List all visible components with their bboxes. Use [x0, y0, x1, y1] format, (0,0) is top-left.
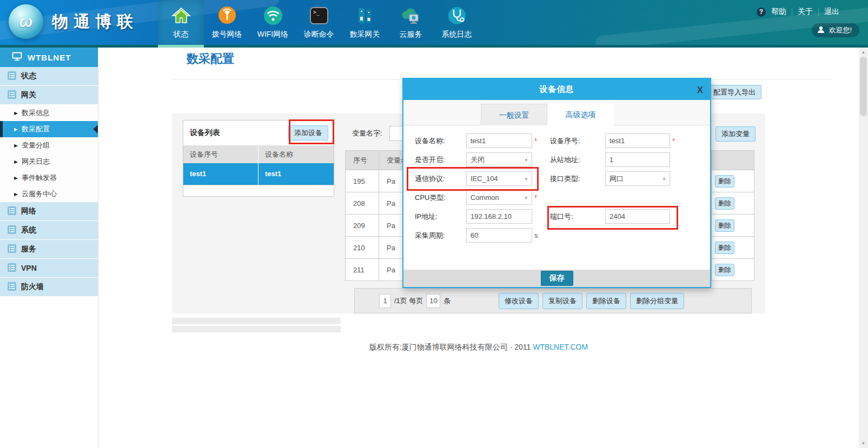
tab-advanced-options[interactable]: 高级选项: [547, 104, 614, 125]
slave-address-input[interactable]: [605, 152, 670, 167]
sidebar-item-cloud-center[interactable]: ▶ 云服务中心: [0, 186, 98, 202]
copy-device-button[interactable]: 复制设备: [542, 293, 582, 309]
seq-cell: 195: [346, 170, 379, 192]
page-suffix-text: /1页 每页: [394, 296, 423, 306]
field-port: 端口号:: [550, 209, 670, 224]
vertical-scrollbar[interactable]: ▲ ▼: [859, 48, 868, 448]
scrollbar-thumb[interactable]: [860, 57, 867, 116]
caret-right-icon: ▶: [14, 111, 18, 116]
nav-label: 拨号网络: [212, 30, 242, 39]
sidebar: WTBLNET 状态 网关 ▶ 数采信息 ▶ 数采配置 ▶ 变量分组 ▶ 网关日…: [0, 48, 98, 448]
enabled-select[interactable]: 关闭: [466, 152, 532, 167]
close-icon[interactable]: X: [697, 85, 703, 94]
field-label: 设备名称:: [415, 136, 466, 146]
delete-button[interactable]: 删除: [715, 197, 734, 210]
cpu-type-select[interactable]: Common: [466, 190, 532, 205]
pagination-bar: /1页 每页 条 修改设备 复制设备 删除设备 删除分组变量: [354, 288, 752, 313]
delete-group-variable-button[interactable]: 删除分组变量: [630, 293, 684, 309]
cloud-service-icon: [399, 4, 423, 28]
sidebar-item-event-trigger[interactable]: ▶ 事件触发器: [0, 170, 98, 186]
page-number-input[interactable]: [379, 294, 391, 308]
delete-button[interactable]: 删除: [715, 219, 734, 232]
sidebar-item-gateway[interactable]: 网关: [0, 86, 98, 104]
tab-general-settings[interactable]: 一般设置: [481, 104, 547, 125]
add-variable-button[interactable]: 添加变量: [715, 126, 756, 142]
sidebar-item-status[interactable]: 状态: [0, 67, 98, 85]
selected-option: IEC_104: [471, 175, 498, 183]
sidebar-item-variable-group[interactable]: ▶ 变量分组: [0, 137, 98, 153]
sidebar-item-vpn[interactable]: VPN: [0, 259, 98, 277]
page-size-input[interactable]: [426, 294, 440, 308]
svg-text:>_: >_: [313, 9, 320, 16]
top-links: ? 帮助 关于 退出: [757, 7, 839, 17]
ip-address-input[interactable]: [466, 209, 532, 224]
nav-dial-network[interactable]: 拨号网络: [204, 0, 250, 48]
sidebar-title-text: WTBLNET: [28, 53, 71, 62]
sidebar-item-label: VPN: [21, 264, 37, 272]
scroll-down-icon[interactable]: ▼: [859, 439, 868, 448]
unit-label: s: [534, 231, 538, 239]
help-link[interactable]: 帮助: [771, 7, 786, 17]
required-mark: *: [672, 137, 675, 145]
config-import-export-button[interactable]: 配置导入导出: [707, 85, 761, 99]
port-input[interactable]: [605, 209, 670, 224]
nav-status[interactable]: 状态: [158, 0, 204, 48]
sidebar-item-label: 防火墙: [21, 282, 44, 292]
delete-button[interactable]: 删除: [715, 242, 734, 254]
top-header: ω 物通博联 状态 拨号网络 WIFI网络: [0, 0, 868, 48]
seq-cell: 210: [346, 237, 379, 258]
collect-period-input[interactable]: [466, 228, 532, 243]
device-list-panel: 设备列表 添加设备 设备序号 设备名称 test1 test1: [183, 120, 334, 197]
delete-device-button[interactable]: 删除设备: [586, 293, 626, 309]
nav-cloud-service[interactable]: 云服务: [388, 0, 434, 48]
seq-cell: 211: [346, 259, 379, 280]
wtblnet-link[interactable]: WTBLNET.COM: [533, 343, 588, 351]
nav-diagnostic-command[interactable]: >_ 诊断命令: [296, 0, 342, 48]
device-row-selected[interactable]: test1 test1: [183, 163, 334, 185]
sidebar-item-system[interactable]: 系统: [0, 221, 98, 239]
divider: [818, 9, 819, 16]
device-info-modal: 设备信息 X 一般设置 高级选项 设备名称: * 设备序号: * 是否开启: 关…: [402, 78, 711, 288]
sidebar-item-label: 数采信息: [22, 108, 50, 118]
device-name-input[interactable]: [466, 133, 532, 148]
sidebar-item-label: 服务: [21, 244, 36, 254]
dial-network-icon: [215, 4, 239, 28]
nav-label: 数采网关: [350, 30, 380, 39]
field-device-name: 设备名称: *: [415, 133, 537, 148]
sidebar-item-gateway-log[interactable]: ▶ 网关日志: [0, 153, 98, 170]
caret-right-icon: ▶: [14, 159, 18, 164]
modify-device-button[interactable]: 修改设备: [499, 293, 539, 309]
interface-type-select[interactable]: 网口: [605, 171, 670, 186]
wifi-icon: [261, 4, 285, 28]
size-suffix-text: 条: [443, 296, 450, 306]
field-label: 设备序号:: [550, 136, 605, 146]
sidebar-item-network[interactable]: 网络: [0, 202, 98, 220]
logo-orb-icon: ω: [9, 4, 43, 39]
scroll-up-icon[interactable]: ▲: [859, 48, 868, 57]
field-device-serial: 设备序号: *: [550, 133, 675, 148]
device-serial-input[interactable]: [605, 133, 670, 148]
column-header-serial: 设备序号: [183, 145, 259, 163]
delete-button[interactable]: 删除: [715, 175, 734, 188]
copyright-text: 版权所有:厦门物通博联网络科技有限公司 · 2011: [369, 343, 531, 351]
protocol-select[interactable]: IEC_104: [466, 171, 532, 186]
delete-button[interactable]: 删除: [715, 264, 734, 276]
add-device-button[interactable]: 添加设备: [288, 125, 328, 141]
nav-wifi-network[interactable]: WIFI网络: [250, 0, 296, 48]
nav-data-gateway[interactable]: 数采网关: [342, 0, 388, 48]
list-icon: [8, 263, 16, 273]
field-enabled: 是否开启: 关闭: [415, 152, 532, 167]
sidebar-item-service[interactable]: 服务: [0, 240, 98, 258]
nav-system-log[interactable]: 系统日志: [434, 0, 480, 48]
modal-body: 设备名称: * 设备序号: * 是否开启: 关闭 从站地址: 通信协议:: [403, 125, 710, 270]
sidebar-item-firewall[interactable]: 防火墙: [0, 278, 98, 296]
list-icon: [8, 244, 16, 255]
about-link[interactable]: 关于: [798, 7, 813, 17]
decorative-strip: [172, 318, 341, 324]
sidebar-item-data-config[interactable]: ▶ 数采配置: [0, 121, 98, 137]
sidebar-item-data-info[interactable]: ▶ 数采信息: [0, 105, 98, 121]
logout-link[interactable]: 退出: [824, 7, 839, 17]
page: ω 物通博联 状态 拨号网络 WIFI网络: [0, 0, 868, 448]
welcome-badge[interactable]: 欢迎您!: [812, 23, 859, 37]
save-button[interactable]: 保存: [541, 271, 573, 286]
